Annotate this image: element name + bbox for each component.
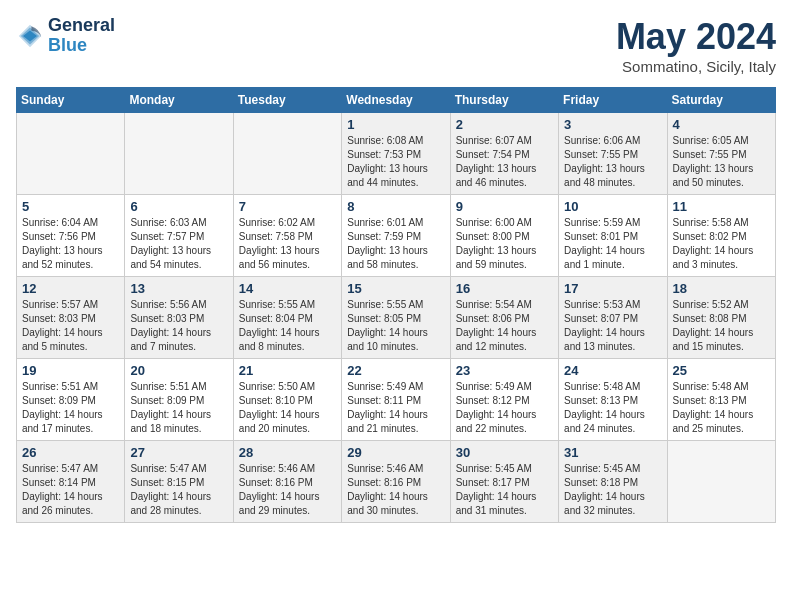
week-row-5: 26Sunrise: 5:47 AMSunset: 8:14 PMDayligh…	[17, 441, 776, 523]
calendar-cell: 23Sunrise: 5:49 AMSunset: 8:12 PMDayligh…	[450, 359, 558, 441]
day-number: 18	[673, 281, 770, 296]
header-row: SundayMondayTuesdayWednesdayThursdayFrid…	[17, 88, 776, 113]
day-number: 3	[564, 117, 661, 132]
page-header: General Blue May 2024 Sommatino, Sicily,…	[16, 16, 776, 75]
calendar-cell: 7Sunrise: 6:02 AMSunset: 7:58 PMDaylight…	[233, 195, 341, 277]
day-number: 12	[22, 281, 119, 296]
calendar-cell: 3Sunrise: 6:06 AMSunset: 7:55 PMDaylight…	[559, 113, 667, 195]
day-number: 20	[130, 363, 227, 378]
calendar-cell: 13Sunrise: 5:56 AMSunset: 8:03 PMDayligh…	[125, 277, 233, 359]
day-number: 23	[456, 363, 553, 378]
calendar-cell: 16Sunrise: 5:54 AMSunset: 8:06 PMDayligh…	[450, 277, 558, 359]
day-number: 13	[130, 281, 227, 296]
calendar-cell: 10Sunrise: 5:59 AMSunset: 8:01 PMDayligh…	[559, 195, 667, 277]
day-number: 25	[673, 363, 770, 378]
calendar-cell: 12Sunrise: 5:57 AMSunset: 8:03 PMDayligh…	[17, 277, 125, 359]
day-number: 21	[239, 363, 336, 378]
day-number: 22	[347, 363, 444, 378]
cell-info: Sunrise: 5:46 AMSunset: 8:16 PMDaylight:…	[239, 462, 336, 518]
cell-info: Sunrise: 6:04 AMSunset: 7:56 PMDaylight:…	[22, 216, 119, 272]
day-number: 16	[456, 281, 553, 296]
cell-info: Sunrise: 5:48 AMSunset: 8:13 PMDaylight:…	[673, 380, 770, 436]
calendar-cell: 8Sunrise: 6:01 AMSunset: 7:59 PMDaylight…	[342, 195, 450, 277]
calendar-cell	[125, 113, 233, 195]
calendar-cell: 26Sunrise: 5:47 AMSunset: 8:14 PMDayligh…	[17, 441, 125, 523]
calendar-cell: 27Sunrise: 5:47 AMSunset: 8:15 PMDayligh…	[125, 441, 233, 523]
day-number: 1	[347, 117, 444, 132]
day-number: 30	[456, 445, 553, 460]
day-number: 2	[456, 117, 553, 132]
cell-info: Sunrise: 5:56 AMSunset: 8:03 PMDaylight:…	[130, 298, 227, 354]
calendar-cell: 30Sunrise: 5:45 AMSunset: 8:17 PMDayligh…	[450, 441, 558, 523]
day-number: 5	[22, 199, 119, 214]
calendar-cell: 6Sunrise: 6:03 AMSunset: 7:57 PMDaylight…	[125, 195, 233, 277]
day-number: 15	[347, 281, 444, 296]
calendar-cell: 15Sunrise: 5:55 AMSunset: 8:05 PMDayligh…	[342, 277, 450, 359]
cell-info: Sunrise: 5:53 AMSunset: 8:07 PMDaylight:…	[564, 298, 661, 354]
calendar-cell: 19Sunrise: 5:51 AMSunset: 8:09 PMDayligh…	[17, 359, 125, 441]
cell-info: Sunrise: 6:05 AMSunset: 7:55 PMDaylight:…	[673, 134, 770, 190]
cell-info: Sunrise: 5:52 AMSunset: 8:08 PMDaylight:…	[673, 298, 770, 354]
column-header-tuesday: Tuesday	[233, 88, 341, 113]
day-number: 17	[564, 281, 661, 296]
calendar-cell: 25Sunrise: 5:48 AMSunset: 8:13 PMDayligh…	[667, 359, 775, 441]
calendar-cell: 20Sunrise: 5:51 AMSunset: 8:09 PMDayligh…	[125, 359, 233, 441]
cell-info: Sunrise: 6:01 AMSunset: 7:59 PMDaylight:…	[347, 216, 444, 272]
calendar-cell: 31Sunrise: 5:45 AMSunset: 8:18 PMDayligh…	[559, 441, 667, 523]
calendar-cell: 4Sunrise: 6:05 AMSunset: 7:55 PMDaylight…	[667, 113, 775, 195]
day-number: 28	[239, 445, 336, 460]
calendar-cell: 22Sunrise: 5:49 AMSunset: 8:11 PMDayligh…	[342, 359, 450, 441]
cell-info: Sunrise: 6:00 AMSunset: 8:00 PMDaylight:…	[456, 216, 553, 272]
week-row-1: 1Sunrise: 6:08 AMSunset: 7:53 PMDaylight…	[17, 113, 776, 195]
day-number: 14	[239, 281, 336, 296]
calendar-cell: 21Sunrise: 5:50 AMSunset: 8:10 PMDayligh…	[233, 359, 341, 441]
day-number: 11	[673, 199, 770, 214]
cell-info: Sunrise: 6:06 AMSunset: 7:55 PMDaylight:…	[564, 134, 661, 190]
cell-info: Sunrise: 5:50 AMSunset: 8:10 PMDaylight:…	[239, 380, 336, 436]
calendar-cell: 11Sunrise: 5:58 AMSunset: 8:02 PMDayligh…	[667, 195, 775, 277]
calendar-cell: 29Sunrise: 5:46 AMSunset: 8:16 PMDayligh…	[342, 441, 450, 523]
month-title: May 2024	[616, 16, 776, 58]
cell-info: Sunrise: 5:49 AMSunset: 8:12 PMDaylight:…	[456, 380, 553, 436]
title-block: May 2024 Sommatino, Sicily, Italy	[616, 16, 776, 75]
cell-info: Sunrise: 5:51 AMSunset: 8:09 PMDaylight:…	[22, 380, 119, 436]
cell-info: Sunrise: 5:55 AMSunset: 8:05 PMDaylight:…	[347, 298, 444, 354]
logo-text: General Blue	[48, 16, 115, 56]
calendar-cell	[667, 441, 775, 523]
day-number: 4	[673, 117, 770, 132]
day-number: 8	[347, 199, 444, 214]
cell-info: Sunrise: 5:51 AMSunset: 8:09 PMDaylight:…	[130, 380, 227, 436]
day-number: 27	[130, 445, 227, 460]
week-row-3: 12Sunrise: 5:57 AMSunset: 8:03 PMDayligh…	[17, 277, 776, 359]
calendar-cell: 1Sunrise: 6:08 AMSunset: 7:53 PMDaylight…	[342, 113, 450, 195]
calendar-cell: 18Sunrise: 5:52 AMSunset: 8:08 PMDayligh…	[667, 277, 775, 359]
logo-icon	[16, 22, 44, 50]
day-number: 9	[456, 199, 553, 214]
day-number: 19	[22, 363, 119, 378]
cell-info: Sunrise: 5:59 AMSunset: 8:01 PMDaylight:…	[564, 216, 661, 272]
calendar-cell: 5Sunrise: 6:04 AMSunset: 7:56 PMDaylight…	[17, 195, 125, 277]
cell-info: Sunrise: 5:58 AMSunset: 8:02 PMDaylight:…	[673, 216, 770, 272]
day-number: 24	[564, 363, 661, 378]
day-number: 31	[564, 445, 661, 460]
cell-info: Sunrise: 6:03 AMSunset: 7:57 PMDaylight:…	[130, 216, 227, 272]
cell-info: Sunrise: 5:57 AMSunset: 8:03 PMDaylight:…	[22, 298, 119, 354]
cell-info: Sunrise: 5:55 AMSunset: 8:04 PMDaylight:…	[239, 298, 336, 354]
week-row-4: 19Sunrise: 5:51 AMSunset: 8:09 PMDayligh…	[17, 359, 776, 441]
column-header-sunday: Sunday	[17, 88, 125, 113]
column-header-thursday: Thursday	[450, 88, 558, 113]
calendar-cell: 24Sunrise: 5:48 AMSunset: 8:13 PMDayligh…	[559, 359, 667, 441]
cell-info: Sunrise: 5:45 AMSunset: 8:17 PMDaylight:…	[456, 462, 553, 518]
cell-info: Sunrise: 6:07 AMSunset: 7:54 PMDaylight:…	[456, 134, 553, 190]
column-header-saturday: Saturday	[667, 88, 775, 113]
calendar-cell: 14Sunrise: 5:55 AMSunset: 8:04 PMDayligh…	[233, 277, 341, 359]
calendar-cell: 17Sunrise: 5:53 AMSunset: 8:07 PMDayligh…	[559, 277, 667, 359]
logo: General Blue	[16, 16, 115, 56]
day-number: 10	[564, 199, 661, 214]
cell-info: Sunrise: 5:49 AMSunset: 8:11 PMDaylight:…	[347, 380, 444, 436]
location-subtitle: Sommatino, Sicily, Italy	[616, 58, 776, 75]
calendar-cell: 9Sunrise: 6:00 AMSunset: 8:00 PMDaylight…	[450, 195, 558, 277]
day-number: 26	[22, 445, 119, 460]
column-header-wednesday: Wednesday	[342, 88, 450, 113]
calendar-cell: 2Sunrise: 6:07 AMSunset: 7:54 PMDaylight…	[450, 113, 558, 195]
